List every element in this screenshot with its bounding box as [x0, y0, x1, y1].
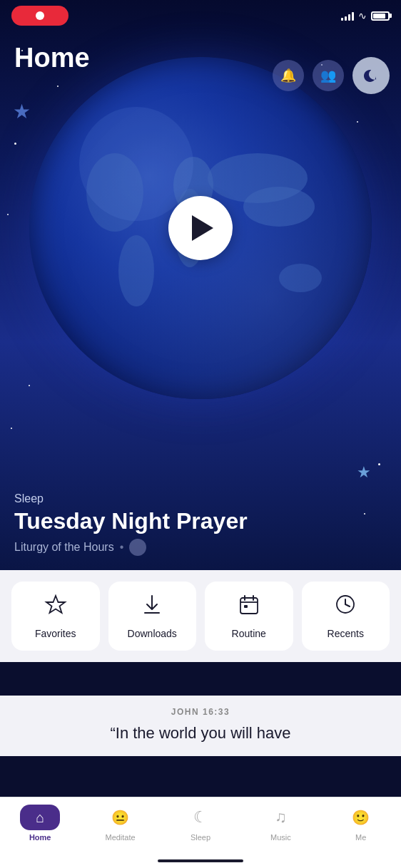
music-nav-icon: ♫ — [275, 808, 287, 827]
verse-text: “In the world you will have — [110, 723, 290, 745]
record-button[interactable] — [11, 6, 68, 26]
moon-icon — [360, 65, 382, 86]
calendar-icon — [238, 593, 260, 621]
quick-access-grid: Favorites Downloads — [11, 582, 390, 651]
svg-line-18 — [345, 604, 350, 606]
routine-button[interactable]: Routine — [205, 582, 293, 651]
svg-rect-11 — [240, 598, 258, 614]
status-bar-right: ∿ — [341, 10, 390, 21]
quick-access-section: Favorites Downloads — [0, 570, 401, 662]
globe — [29, 57, 372, 399]
verse-section: JOHN 16:33 “In the world you will have — [0, 696, 401, 756]
svg-rect-15 — [244, 605, 248, 608]
nav-sleep-label: Sleep — [191, 833, 210, 842]
battery-icon — [371, 11, 390, 21]
nav-meditate-label: Meditate — [105, 833, 135, 842]
nav-home-label: Home — [29, 833, 51, 842]
downloads-button[interactable]: Downloads — [108, 582, 197, 651]
status-bar: ∿ — [0, 0, 401, 31]
verse-reference: JOHN 16:33 — [171, 707, 230, 717]
play-button[interactable] — [168, 196, 233, 260]
home-nav-icon: ⌂ — [36, 810, 44, 826]
routine-label: Routine — [232, 628, 266, 639]
downloads-label: Downloads — [128, 628, 177, 639]
recents-button[interactable]: Recents — [302, 582, 390, 651]
nav-me[interactable]: 🙂 Me — [333, 805, 390, 842]
sleep-nav-icon: ☾ — [193, 808, 208, 827]
home-title-area: Home — [14, 43, 90, 73]
signal-icon — [341, 11, 354, 21]
community-button[interactable]: 👥 — [313, 60, 344, 91]
play-triangle-icon — [192, 215, 213, 241]
svg-marker-8 — [46, 596, 65, 613]
home-indicator — [158, 859, 243, 862]
hero-subtitle: Liturgy of the Hours • — [14, 539, 387, 556]
people-icon: 👥 — [320, 68, 336, 83]
hero-category: Sleep — [14, 492, 387, 505]
header-icons: 🔔 👥 — [273, 57, 390, 94]
recents-label: Recents — [328, 628, 364, 639]
decorative-star-right: ★ — [357, 463, 371, 482]
me-nav-icon: 🙂 — [352, 809, 370, 826]
record-dot — [36, 11, 44, 20]
nav-home[interactable]: ⌂ Home — [11, 805, 68, 842]
nav-meditate[interactable]: 😐 Meditate — [92, 805, 149, 842]
progress-indicator — [129, 539, 146, 556]
nav-music-label: Music — [270, 833, 291, 842]
nav-music[interactable]: ♫ Music — [252, 805, 309, 842]
status-bar-left — [11, 6, 68, 26]
page-title: Home — [14, 43, 90, 73]
notifications-button[interactable]: 🔔 — [273, 60, 304, 91]
favorites-button[interactable]: Favorites — [11, 582, 100, 651]
wifi-icon: ∿ — [358, 10, 367, 21]
star-icon — [44, 593, 67, 621]
nav-sleep[interactable]: ☾ Sleep — [172, 805, 229, 842]
meditate-nav-icon: 😐 — [111, 809, 129, 826]
bell-icon: 🔔 — [280, 68, 296, 83]
theme-button[interactable] — [352, 57, 390, 94]
hero-section: ★ ★ — [0, 0, 401, 570]
hero-title-area: Sleep Tuesday Night Prayer Liturgy of th… — [14, 492, 387, 556]
hero-title: Tuesday Night Prayer — [14, 508, 387, 534]
decorative-star-left: ★ — [13, 100, 31, 123]
bottom-navigation: ⌂ Home 😐 Meditate ☾ Sleep ♫ Music 🙂 Me — [0, 797, 401, 868]
download-icon — [141, 593, 163, 621]
favorites-label: Favorites — [35, 628, 76, 639]
nav-me-label: Me — [355, 833, 366, 842]
clock-icon — [334, 593, 357, 621]
